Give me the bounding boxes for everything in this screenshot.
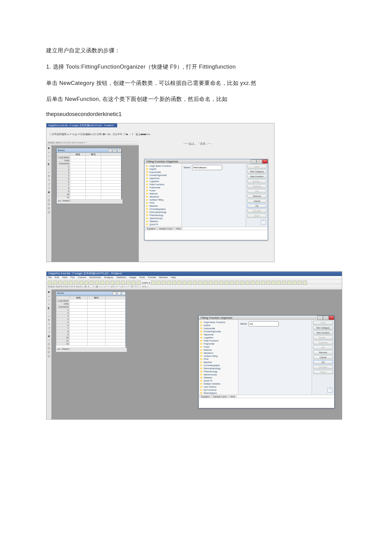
cell[interactable] (101, 168, 121, 171)
menu-item[interactable]: View (62, 276, 67, 279)
toolbar-icon[interactable] (151, 281, 155, 285)
toolbar-icon[interactable] (58, 281, 62, 285)
cell[interactable] (70, 330, 88, 333)
cell[interactable] (70, 196, 86, 199)
tool-icon[interactable]: ◧ (46, 163, 51, 166)
tool-icon[interactable]: ¶ (46, 319, 51, 321)
cell[interactable] (70, 159, 86, 162)
toolbar-icon[interactable] (110, 281, 115, 285)
toolbar-icon[interactable] (53, 281, 57, 285)
cell[interactable] (106, 327, 126, 330)
tool-icon[interactable]: T (46, 179, 51, 182)
toolbar-icon[interactable] (298, 281, 302, 285)
close-icon[interactable]: × (329, 316, 334, 320)
toolbar-icon[interactable] (162, 281, 166, 285)
save-button[interactable]: Save (313, 321, 333, 325)
cell[interactable] (70, 318, 88, 321)
workbook-window-buttons[interactable]: – □ × (108, 149, 121, 152)
column-header[interactable] (57, 153, 70, 156)
dialog-tab[interactable]: Equation (200, 395, 211, 398)
workbook-window[interactable]: Book1 A(X)B(Y)Long NameUnitsComments1234… (56, 291, 126, 352)
dialog-window-buttons[interactable]: – □ × (250, 159, 268, 164)
cell[interactable] (106, 305, 126, 309)
tree-folder[interactable]: Logarithm (146, 180, 180, 183)
toolbar-icon[interactable] (84, 281, 89, 285)
cell[interactable] (87, 305, 106, 309)
standard-toolbar[interactable]: 100% ▾ (46, 280, 342, 285)
builder-button[interactable]: Builder... (313, 336, 333, 340)
save-button[interactable]: Save (247, 165, 266, 169)
minimize-icon[interactable]: – (251, 159, 256, 164)
tool-icon[interactable]: ◫ (46, 343, 51, 345)
cell[interactable] (86, 196, 101, 199)
tree-folder[interactable]: Implicit (200, 324, 237, 327)
maximize-icon[interactable] (117, 292, 121, 295)
cell[interactable] (70, 327, 88, 330)
toolbar-icon[interactable] (277, 281, 281, 285)
menu-item[interactable]: Worksheet (89, 276, 101, 279)
toolbar-icon[interactable] (292, 281, 297, 285)
tree-folder[interactable]: User Defined (200, 385, 237, 389)
cell[interactable] (101, 178, 121, 181)
maximize-icon[interactable]: □ (257, 159, 262, 164)
cell[interactable] (106, 321, 126, 324)
tool-icon[interactable]: ⋮ (46, 167, 51, 170)
tool-icon[interactable]: ◱ (46, 355, 51, 357)
tool-icon[interactable]: ⋮ (46, 311, 51, 313)
maximize-icon[interactable]: □ (113, 149, 117, 152)
cell[interactable] (87, 324, 106, 327)
cell[interactable] (106, 312, 126, 315)
tree-folder[interactable]: Growth/Sigmoidal (200, 330, 237, 333)
worksheet-grid[interactable]: A(X)B(Y)Long NameUnitsComments1234567891… (56, 296, 126, 348)
toolbar-icon[interactable] (126, 281, 130, 285)
minimize-icon[interactable]: – (108, 149, 112, 152)
workbook-window-buttons[interactable] (112, 292, 126, 296)
duplicate-button[interactable]: Duplicate (313, 341, 333, 345)
toolbar-icon[interactable] (266, 281, 270, 285)
cell[interactable] (70, 156, 86, 159)
toolbar-icon[interactable] (116, 281, 120, 285)
simulate-button[interactable]: Simulate (247, 209, 266, 213)
row-header[interactable]: 10 (56, 336, 70, 339)
tree-folder[interactable]: Baseline (146, 205, 180, 208)
toolbar-icon[interactable] (219, 281, 223, 285)
cell[interactable] (70, 178, 86, 181)
toolbar-icon[interactable] (167, 281, 171, 285)
row-header[interactable]: 3 (56, 315, 70, 318)
cell[interactable] (86, 181, 101, 184)
maximize-icon[interactable]: □ (323, 316, 329, 320)
toolbar-icon[interactable] (105, 281, 110, 285)
menu-item[interactable]: Window (159, 276, 167, 279)
reset-button[interactable]: Reset (313, 370, 333, 374)
left-tool-strip[interactable]: ⏹⫠⬚+◧⋮⌕¶T↗╱▣⬚◫◫◰◱ (46, 289, 52, 419)
tool-icon[interactable]: + (46, 159, 51, 162)
cell[interactable] (70, 165, 86, 168)
tree-folder[interactable]: PFW (146, 202, 180, 205)
cell[interactable] (87, 299, 106, 302)
tree-folder[interactable]: Baseline (200, 361, 237, 364)
toolbar-icon[interactable] (137, 281, 141, 285)
row-header[interactable]: 7 (56, 327, 70, 330)
tree-folder[interactable]: Hyperbola (200, 333, 237, 336)
menu-item[interactable]: Help (171, 276, 176, 279)
cell[interactable] (101, 196, 121, 199)
tool-icon[interactable]: ⏹ (46, 291, 51, 293)
category-tree[interactable]: Origin Basic FunctionsImplicitExponentia… (199, 320, 238, 395)
zoom-display[interactable]: 100% ▾ (142, 281, 150, 284)
cell[interactable] (87, 321, 106, 324)
cell[interactable] (86, 162, 101, 165)
toolbar-icon[interactable] (261, 281, 265, 285)
toolbar-icon[interactable] (156, 281, 161, 285)
cell[interactable] (87, 312, 106, 315)
cell[interactable] (70, 342, 88, 345)
dialog-bottom-tabs[interactable]: EquationSample CurveHints (199, 395, 334, 398)
tool-icon[interactable]: ⬚ (46, 299, 51, 301)
cell[interactable] (87, 327, 106, 330)
dialog-tab[interactable]: Equation (146, 227, 157, 230)
row-header[interactable]: 2 (56, 312, 70, 315)
tree-folder[interactable]: Origin Basic Functions (146, 165, 180, 168)
cell[interactable] (101, 187, 121, 190)
sheet-tab[interactable]: ◂ ▸ \ Sheet1 / (56, 348, 127, 352)
cell[interactable] (87, 318, 106, 321)
cell[interactable] (86, 165, 101, 168)
